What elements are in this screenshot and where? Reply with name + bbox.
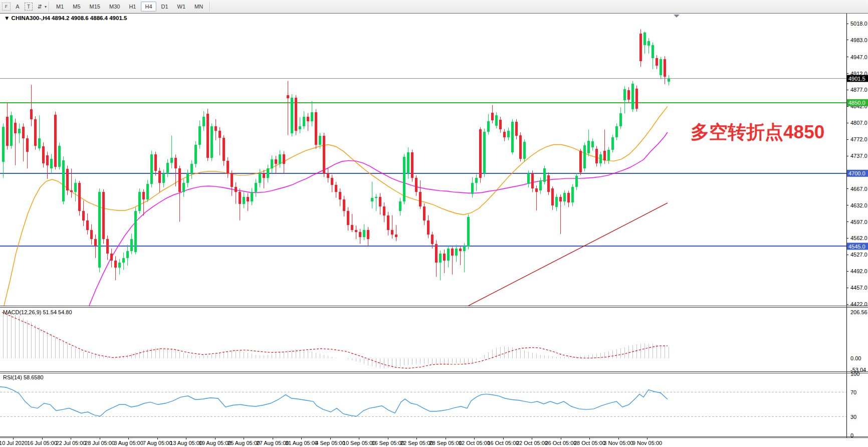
candle [138,192,141,211]
grid-period-icon[interactable]: F [2,3,11,11]
candle [635,89,638,109]
candle [118,263,121,267]
candle [259,173,261,183]
time-tick-label: 12 Oct 05:00 [459,440,490,446]
macd-label: MACD(12,26,9) 51.54 54.80 [3,309,72,315]
candle [411,152,413,178]
candle [34,119,37,146]
time-tick-label: 10 Jul 2020 [0,440,28,446]
timeframe-m30-button[interactable]: M30 [105,2,124,12]
candle [14,123,17,133]
candle [202,117,205,126]
candle [243,197,245,204]
chart-canvas[interactable]: 5018.04983.04947.04912.04877.04842.04807… [0,13,868,447]
time-tick-label: 13 Aug 05:00 [170,440,202,446]
candle [379,197,381,206]
macd-axis-label: 0.00 [850,355,861,361]
candle [535,188,538,192]
candle [539,180,542,190]
candle [219,131,221,138]
candle [403,157,405,201]
candle [603,151,606,161]
candle [134,211,137,252]
time-tick-label: 22 Jul 05:00 [56,440,86,446]
candle [531,173,534,188]
candle [46,155,49,165]
time-tick-label: 16 Sep 05:00 [371,440,404,446]
candle [656,58,658,66]
candle [291,98,293,133]
candle [186,173,189,183]
candle [102,192,105,239]
price-tick-label: 4667.0 [850,186,867,192]
text-t-icon[interactable]: T [25,3,33,11]
candle [255,183,257,192]
level-4700-label: 4700.0 [848,170,865,176]
candle [58,146,61,166]
timeframe-m1-button[interactable]: M1 [52,2,68,12]
timeframe-d1-button[interactable]: D1 [157,2,172,12]
time-tick-label: 7 Aug 05:00 [143,440,172,446]
time-tick-label: 28 Sep 05:00 [429,440,462,446]
candle [483,132,486,173]
candle [419,192,421,206]
mt4-window: F A T ⇵ ▾ M1M5M15M30H1H4D1W1MN 5018.0498… [0,0,868,447]
candle [90,230,93,240]
candle [387,215,389,230]
timeframe-w1-button[interactable]: W1 [173,2,190,12]
candle [275,159,277,164]
candle [575,176,578,187]
candle [42,146,45,163]
candle [170,158,173,163]
timeframe-m15-button[interactable]: M15 [86,2,104,12]
candle [467,217,470,247]
candle [639,34,642,61]
candle [231,173,233,187]
candle [339,192,341,199]
font-a-icon[interactable]: A [13,2,23,11]
chart-area[interactable]: 5018.04983.04947.04912.04877.04842.04807… [0,13,868,447]
price-tick-label: 4492.0 [850,268,867,274]
candle [303,117,305,126]
candle [194,145,197,164]
candle [247,197,249,201]
timeframe-mn-button[interactable]: MN [190,2,207,12]
time-tick-label: 19 Aug 05:00 [199,440,232,446]
candle [150,154,153,183]
candle [190,164,193,173]
candle [487,121,490,132]
toolbar-separator [49,2,50,12]
candle [407,152,409,173]
toolbar-separator [209,2,210,12]
candle [459,249,462,251]
candle [86,220,89,230]
candle [543,168,546,181]
price-tick-label: 4947.0 [850,54,867,60]
price-tick-label: 5018.0 [850,21,867,27]
timeframe-h4-button[interactable]: H4 [141,2,156,12]
candle [547,175,550,192]
candle [611,137,614,149]
candle [559,197,562,201]
timeframe-buttons: M1M5M15M30H1H4D1W1MN [52,2,207,12]
annotation-text[interactable]: 多空转折点4850 [691,122,824,142]
rsi-axis-label: 70 [850,389,856,395]
candle [431,235,433,244]
candle [227,161,229,173]
macd-axis-label: 206.56 [850,309,867,315]
candle [571,187,574,202]
candle [323,136,325,173]
candle [367,230,369,240]
dropdown-caret-icon[interactable]: ▾ [45,5,47,9]
candle [311,112,313,122]
price-tick-label: 4807.0 [850,120,867,126]
timeframe-h1-button[interactable]: H1 [125,2,140,12]
candle [551,188,554,205]
candle [463,246,466,251]
toolbar: F A T ⇵ ▾ M1M5M15M30H1H4D1W1MN [0,0,868,14]
candle [295,98,297,131]
candle [271,159,273,169]
arrows-icon[interactable]: ⇵ [35,2,45,11]
candle [587,141,590,153]
timeframe-m5-button[interactable]: M5 [69,2,84,12]
